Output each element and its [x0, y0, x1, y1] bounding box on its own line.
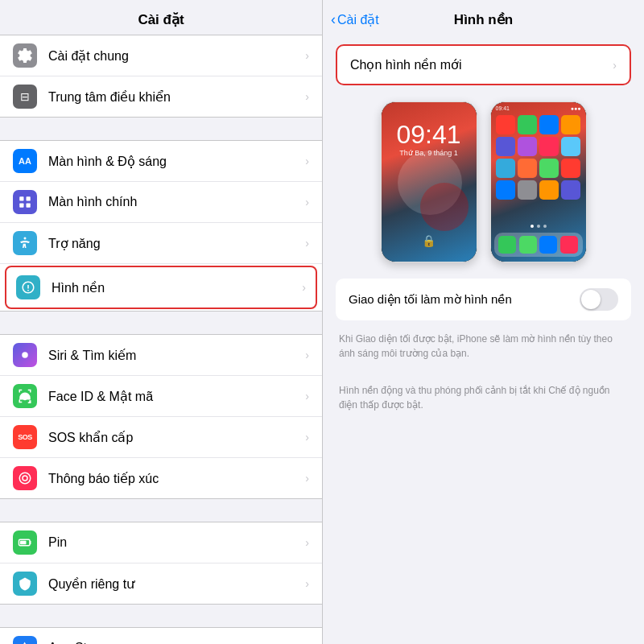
- home-dock: [494, 233, 583, 257]
- chevron-icon: ›: [305, 577, 309, 590]
- chevron-icon: ›: [305, 431, 309, 444]
- svg-rect-1: [27, 196, 31, 200]
- privacy-icon: [13, 572, 37, 596]
- choose-chevron-icon: ›: [613, 59, 617, 72]
- sidebar-item-app-store[interactable]: App Store ›: [0, 628, 322, 644]
- svg-rect-3: [27, 204, 31, 208]
- sidebar-item-sos[interactable]: SOS SOS khẩn cấp ›: [0, 417, 322, 458]
- sidebar-item-thong-bao-tiep-xuc[interactable]: Thông báo tiếp xúc ›: [0, 458, 322, 498]
- exposure-icon: [13, 466, 37, 490]
- siri-icon: [13, 343, 37, 367]
- sidebar-item-quyen-rieng-tu[interactable]: Quyền riêng tư ›: [0, 564, 322, 604]
- dark-mode-toggle[interactable]: [580, 288, 618, 311]
- chevron-icon: ›: [305, 155, 309, 167]
- choose-wallpaper-button[interactable]: Chọn hình nền mới ›: [336, 44, 631, 85]
- dark-mode-toggle-label: Giao diện tối làm mờ hình nền: [349, 292, 512, 307]
- right-panel-header: ‹ Cài đặt Hình nền: [323, 0, 644, 35]
- sidebar-item-face-id[interactable]: Face ID & Mật mã ›: [0, 376, 322, 417]
- chevron-icon: ›: [305, 390, 309, 402]
- sidebar-item-man-hinh-chinh[interactable]: Màn hình chính ›: [0, 182, 322, 223]
- svg-rect-7: [20, 541, 27, 545]
- sidebar-item-trung-tam-dieu-khien[interactable]: ⊟ Trung tâm điều khiển ›: [0, 76, 322, 117]
- back-button[interactable]: ‹ Cài đặt: [331, 11, 379, 28]
- chevron-icon: ›: [305, 237, 309, 250]
- wallpaper-panel: ‹ Cài đặt Hình nền Chọn hình nền mới › 0…: [322, 0, 644, 644]
- sidebar-item-cai-dat-chung[interactable]: Cài đặt chung ›: [0, 35, 322, 76]
- settings-group-3: Siri & Tìm kiếm › Face ID & Mật mã › SOS…: [0, 334, 322, 499]
- dark-mode-toggle-row: Giao diện tối làm mờ hình nền: [336, 279, 631, 320]
- display-icon: AA: [13, 149, 37, 173]
- right-panel-title: Hình nền: [454, 11, 513, 28]
- chevron-icon: ›: [305, 90, 309, 103]
- accessibility-icon: [13, 231, 37, 255]
- homescreen-preview[interactable]: 09:41 ●●●: [490, 101, 587, 262]
- sidebar-item-siri[interactable]: Siri & Tìm kiếm ›: [0, 335, 322, 376]
- svg-rect-0: [19, 196, 23, 200]
- description-1: Khi Giao diện tối được bật, iPhone sẽ là…: [323, 324, 644, 369]
- chevron-icon: ›: [305, 472, 309, 485]
- dock-messages-icon: [519, 236, 537, 254]
- lockscreen-lock-icon: 🔒: [382, 234, 477, 247]
- faceid-icon: [13, 384, 37, 408]
- wallpaper-previews: 09:41 Thứ Ba, 9 tháng 1 🔒 09:41 ●●●: [323, 95, 644, 275]
- wallpaper-icon: [16, 275, 40, 299]
- homescreen-icon: [13, 190, 37, 214]
- control-center-icon: ⊟: [13, 85, 37, 109]
- lockscreen-date: Thứ Ba, 9 tháng 1: [382, 149, 477, 157]
- battery-icon: [13, 530, 37, 555]
- settings-list: Cài đặt chung › ⊟ Trung tâm điều khiển ›…: [0, 35, 322, 644]
- settings-group-5: App Store › Ví ›: [0, 627, 322, 644]
- settings-group-1: Cài đặt chung › ⊟ Trung tâm điều khiển ›: [0, 35, 322, 118]
- lockscreen-preview[interactable]: 09:41 Thứ Ba, 9 tháng 1 🔒: [381, 101, 477, 262]
- dock-safari-icon: [539, 236, 557, 254]
- lockscreen-time: 09:41: [382, 120, 477, 150]
- sos-icon: SOS: [13, 425, 37, 449]
- left-panel-header: Cài đặt: [0, 0, 322, 35]
- settings-group-2: AA Màn hình & Độ sáng › Màn hình chính ›…: [0, 140, 322, 312]
- separator: [323, 369, 644, 375]
- settings-group-4: Pin › Quyền riêng tư ›: [0, 522, 322, 605]
- settings-panel: Cài đặt Cài đặt chung › ⊟ Trung tâm điều…: [0, 0, 322, 644]
- page-dots: [491, 225, 586, 228]
- chevron-icon: ›: [302, 281, 306, 294]
- svg-point-5: [22, 352, 28, 358]
- dock-phone-icon: [498, 236, 516, 254]
- chevron-icon: ›: [305, 536, 309, 549]
- dock-music-icon: [560, 236, 578, 254]
- svg-rect-2: [19, 204, 23, 208]
- description-2: Hình nền động và thu phóng phối cảnh bị …: [323, 375, 644, 420]
- gear-icon: [13, 43, 37, 68]
- sidebar-item-pin[interactable]: Pin ›: [0, 522, 322, 564]
- chevron-icon: ›: [305, 49, 309, 62]
- sidebar-item-tro-nang[interactable]: Trợ năng ›: [0, 223, 322, 264]
- chevron-icon: ›: [305, 349, 309, 361]
- chevron-icon: ›: [305, 196, 309, 208]
- sidebar-item-hinh-nen[interactable]: Hình nền ›: [5, 266, 317, 309]
- appstore-icon: [13, 636, 37, 644]
- svg-point-4: [24, 237, 27, 240]
- sidebar-item-man-hinh-do-sang[interactable]: AA Màn hình & Độ sáng ›: [0, 141, 322, 182]
- back-chevron-icon: ‹: [331, 11, 336, 28]
